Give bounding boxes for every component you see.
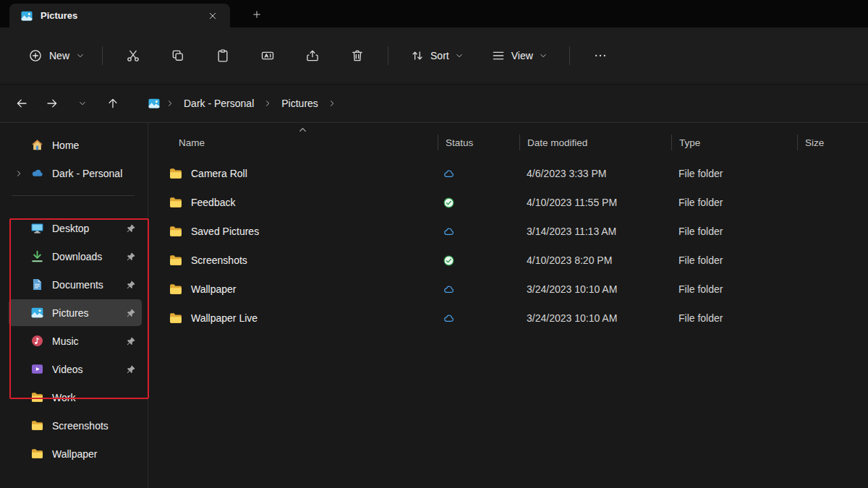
file-row-screenshots[interactable]: Screenshots 4/10/2023 8:20 PM File folde…	[169, 246, 868, 275]
file-name-cell: Feedback	[169, 195, 438, 210]
file-date-modified: 4/10/2023 11:55 PM	[519, 197, 671, 208]
content-area: Home Dark - Personal Desktop Downloads	[0, 123, 868, 488]
file-status-cell	[438, 168, 519, 180]
column-header-name[interactable]: Name	[169, 134, 438, 150]
synced-check-status-icon	[443, 197, 455, 209]
sidebar-item-downloads[interactable]: Downloads	[9, 243, 142, 270]
file-name: Screenshots	[191, 254, 247, 266]
file-name-cell: Camera Roll	[169, 166, 438, 181]
back-arrow-icon	[15, 97, 28, 110]
see-more-button[interactable]	[583, 41, 618, 70]
cloud-status-icon	[443, 312, 455, 325]
cloud-status-icon	[443, 226, 455, 238]
sidebar-item-desktop[interactable]: Desktop	[9, 215, 142, 241]
file-name: Camera Roll	[191, 168, 247, 179]
breadcrumb-item-pictures[interactable]: Pictures	[277, 95, 323, 112]
rename-icon	[260, 48, 275, 63]
folder-icon	[169, 253, 183, 267]
column-header-size[interactable]: Size	[797, 134, 868, 150]
file-name: Wallpaper Live	[191, 312, 258, 324]
synced-check-status-icon	[443, 254, 455, 267]
file-type: File folder	[671, 226, 797, 237]
sort-button[interactable]: Sort	[401, 41, 473, 70]
sidebar-item-screenshots[interactable]: Screenshots	[9, 412, 142, 439]
videos-icon	[30, 362, 44, 376]
paste-button[interactable]	[205, 41, 240, 70]
view-button[interactable]: View	[482, 41, 557, 70]
share-icon	[305, 48, 320, 63]
copy-button[interactable]	[161, 41, 195, 70]
column-headers: Name Status Date modified Type Size	[169, 132, 868, 153]
file-row-feedback[interactable]: Feedback 4/10/2023 11:55 PM File folder	[169, 188, 868, 217]
column-header-type[interactable]: Type	[671, 134, 797, 150]
forward-button[interactable]	[38, 90, 67, 116]
sidebar-separator	[12, 195, 135, 196]
file-status-cell	[438, 254, 519, 267]
pin-icon	[126, 364, 136, 374]
sidebar-item-pictures[interactable]: Pictures	[9, 299, 142, 326]
documents-icon	[30, 278, 44, 291]
cut-button[interactable]	[116, 41, 150, 70]
file-row-saved-pictures[interactable]: Saved Pictures 3/14/2023 11:13 AM File f…	[169, 217, 868, 246]
toolbar-separator	[388, 46, 388, 65]
new-button-label: New	[49, 50, 69, 61]
new-tab-button[interactable]	[246, 4, 268, 25]
pictures-icon	[20, 9, 33, 22]
recent-locations-button[interactable]	[68, 90, 97, 116]
sidebar-item-label: Dark - Personal	[52, 168, 136, 179]
folder-icon	[30, 447, 44, 461]
delete-button[interactable]	[340, 41, 375, 70]
file-type: File folder	[671, 197, 797, 208]
file-name: Wallpaper	[191, 283, 237, 295]
chevron-right-icon	[263, 99, 272, 108]
sidebar-item-videos[interactable]: Videos	[9, 356, 142, 382]
sidebar-item-onedrive-dark-personal[interactable]: Dark - Personal	[9, 160, 142, 187]
share-button[interactable]	[295, 41, 330, 70]
rename-button[interactable]	[250, 41, 285, 70]
file-row-wallpaper-live[interactable]: Wallpaper Live 3/24/2023 10:10 AM File f…	[169, 304, 868, 333]
trash-icon	[350, 48, 365, 63]
chevron-right-icon	[328, 99, 336, 108]
tab-bar: Pictures	[0, 0, 868, 27]
file-name: Saved Pictures	[191, 226, 259, 237]
sidebar-item-work[interactable]: Work	[9, 384, 142, 411]
close-tab-icon[interactable]	[203, 6, 223, 26]
file-date-modified: 3/14/2023 11:13 AM	[519, 226, 671, 237]
column-header-status[interactable]: Status	[438, 134, 519, 150]
navigation-pane: Home Dark - Personal Desktop Downloads	[0, 123, 148, 488]
sidebar-item-music[interactable]: Music	[9, 328, 142, 354]
column-header-date-modified[interactable]: Date modified	[519, 134, 671, 150]
chevron-right-icon	[166, 99, 174, 108]
chevron-down-icon	[539, 51, 548, 60]
folder-icon	[30, 419, 44, 432]
sidebar-item-label: Screenshots	[52, 420, 136, 432]
file-type: File folder	[671, 312, 797, 324]
sidebar-item-documents[interactable]: Documents	[9, 271, 142, 298]
file-row-wallpaper[interactable]: Wallpaper 3/24/2023 10:10 AM File folder	[169, 275, 868, 304]
new-button[interactable]: New	[19, 41, 94, 70]
sort-arrows-icon	[410, 48, 425, 63]
file-name: Feedback	[191, 197, 235, 208]
expand-chevron-icon[interactable]	[14, 169, 30, 178]
up-button[interactable]	[98, 90, 127, 116]
file-row-camera-roll[interactable]: Camera Roll 4/6/2023 3:33 PM File folder	[169, 159, 868, 188]
folder-icon	[30, 390, 44, 404]
pin-icon	[126, 252, 136, 262]
downloads-icon	[30, 249, 44, 263]
desktop-icon	[30, 221, 44, 235]
back-button[interactable]	[7, 90, 36, 116]
sidebar-item-home[interactable]: Home	[9, 132, 142, 158]
tab-pictures[interactable]: Pictures	[9, 4, 230, 27]
scissors-icon	[126, 48, 140, 63]
sidebar-item-wallpaper[interactable]: Wallpaper	[9, 440, 142, 467]
breadcrumb-item-dark-personal[interactable]: Dark - Personal	[179, 95, 258, 112]
cloud-status-icon	[443, 283, 455, 296]
file-status-cell	[438, 226, 519, 238]
address-bar: Dark - Personal Pictures	[0, 85, 868, 123]
pin-icon	[126, 223, 136, 234]
sidebar-item-label: Videos	[52, 364, 122, 375]
view-button-label: View	[511, 50, 533, 61]
ellipsis-icon	[593, 48, 608, 63]
up-arrow-icon	[106, 97, 119, 110]
chevron-down-icon	[455, 51, 464, 60]
